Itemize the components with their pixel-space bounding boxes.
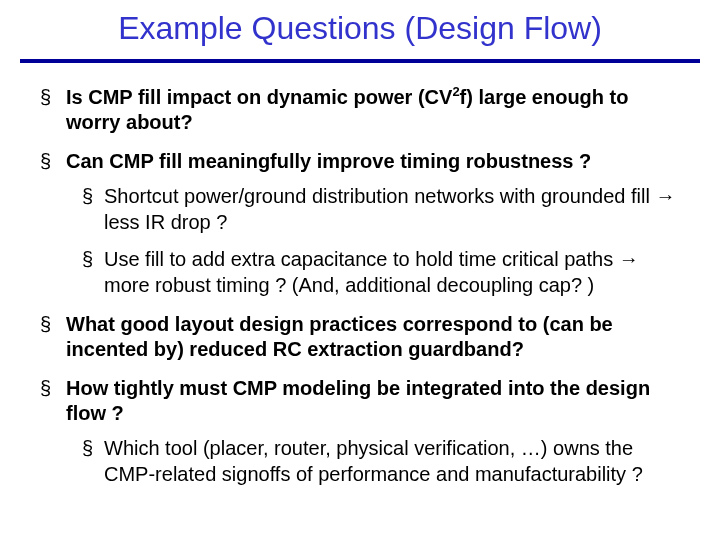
bullet-text: What good layout design practices corres… (66, 313, 613, 360)
sub-bullet-list: Shortcut power/ground distribution netwo… (66, 184, 680, 298)
sub-bullet-item: Shortcut power/ground distribution netwo… (82, 184, 680, 235)
title-underline (20, 59, 700, 63)
bullet-text: How tightly must CMP modeling be integra… (66, 377, 650, 424)
bullet-item: What good layout design practices corres… (40, 312, 680, 362)
bullet-item: Can CMP fill meaningfully improve timing… (40, 149, 680, 298)
slide-title: Example Questions (Design Flow) (40, 10, 680, 53)
sub-bullet-text: Use fill to add extra capacitance to hol… (104, 248, 639, 296)
bullet-item: Is CMP fill impact on dynamic power (CV2… (40, 85, 680, 135)
sub-bullet-item: Use fill to add extra capacitance to hol… (82, 247, 680, 298)
superscript: 2 (452, 84, 459, 99)
sub-bullet-text: Shortcut power/ground distribution netwo… (104, 185, 675, 233)
bullet-text: Can CMP fill meaningfully improve timing… (66, 150, 591, 172)
sub-bullet-text: Which tool (placer, router, physical ver… (104, 437, 643, 485)
bullet-text: Is CMP fill impact on dynamic power (CV (66, 86, 452, 108)
sub-bullet-list: Which tool (placer, router, physical ver… (66, 436, 680, 487)
bullet-item: How tightly must CMP modeling be integra… (40, 376, 680, 487)
slide: Example Questions (Design Flow) Is CMP f… (0, 0, 720, 540)
bullet-list: Is CMP fill impact on dynamic power (CV2… (40, 85, 680, 488)
sub-bullet-item: Which tool (placer, router, physical ver… (82, 436, 680, 487)
